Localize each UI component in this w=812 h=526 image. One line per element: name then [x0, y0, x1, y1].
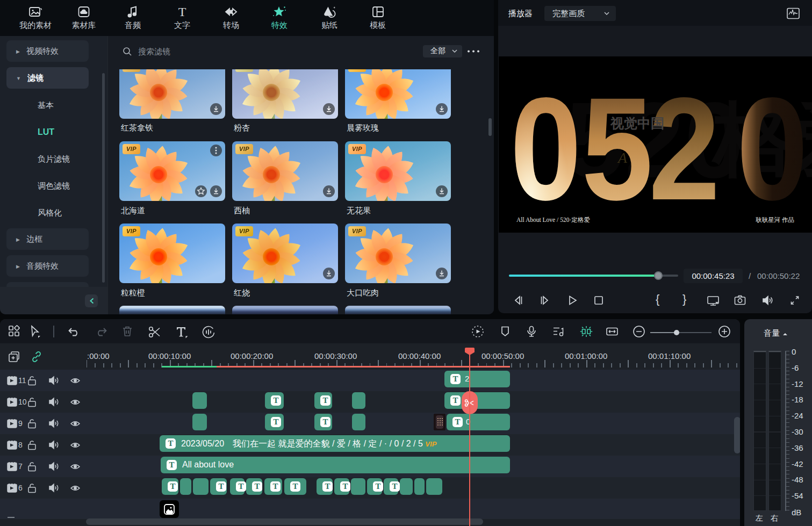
svg-text:0: 0	[510, 67, 581, 230]
svg-text:耿耿星河 作品: 耿耿星河 作品	[756, 217, 794, 223]
svg-text:视觉中国: 视觉中国	[610, 116, 664, 131]
svg-text:T: T	[178, 5, 186, 19]
svg-text:A: A	[617, 149, 628, 166]
svg-text:5: 5	[581, 67, 653, 230]
svg-text:All About Love / 520·定格爱: All About Love / 520·定格爱	[516, 217, 590, 223]
svg-text:2: 2	[649, 67, 720, 230]
svg-text:0: 0	[737, 67, 808, 230]
